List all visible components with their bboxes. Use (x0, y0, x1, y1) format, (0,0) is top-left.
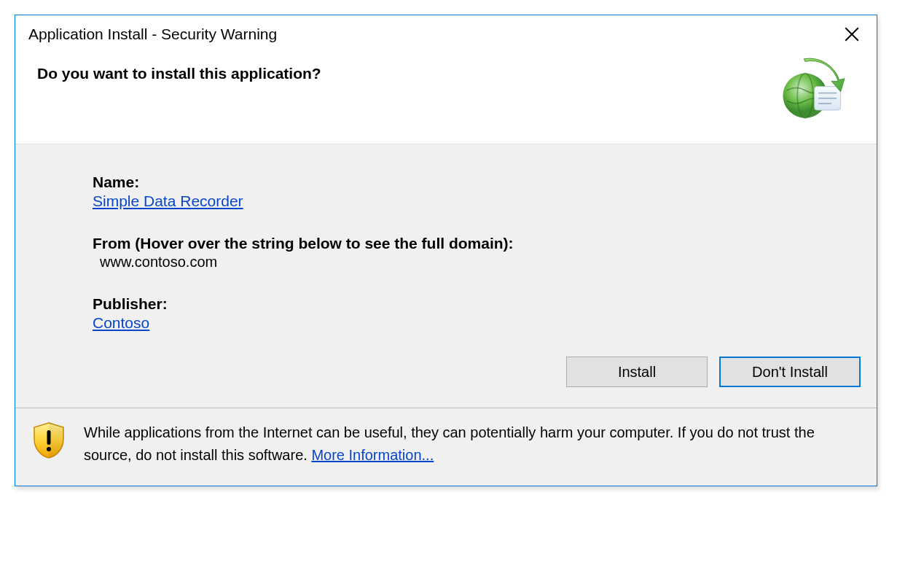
close-icon (845, 27, 859, 42)
install-question: Do you want to install this application? (37, 65, 321, 82)
more-information-link[interactable]: More Information... (311, 447, 434, 463)
name-field: Name: Simple Data Recorder (15, 174, 877, 210)
svg-rect-8 (47, 430, 51, 445)
security-warning-dialog: Application Install - Security Warning D… (15, 15, 877, 486)
dialog-footer: While applications from the Internet can… (15, 408, 877, 486)
publisher-field: Publisher: Contoso (15, 295, 877, 332)
dialog-body: Name: Simple Data Recorder From (Hover o… (15, 144, 877, 408)
dialog-title: Application Install - Security Warning (28, 26, 277, 43)
from-field: From (Hover over the string below to see… (15, 235, 877, 271)
svg-point-9 (47, 447, 51, 451)
from-domain: www.contoso.com (100, 254, 877, 271)
name-label: Name: (93, 174, 877, 191)
button-row: Install Don't Install (15, 357, 877, 387)
publisher-link[interactable]: Contoso (93, 314, 149, 332)
close-button[interactable] (837, 23, 866, 46)
footer-warning-text: While applications from the Internet can… (84, 424, 815, 463)
footer-warning: While applications from the Internet can… (84, 421, 858, 467)
publisher-label: Publisher: (93, 295, 877, 313)
install-button[interactable]: Install (566, 357, 708, 387)
from-label: From (Hover over the string below to see… (93, 235, 877, 252)
shield-warning-icon (31, 421, 66, 459)
application-name-link[interactable]: Simple Data Recorder (93, 192, 243, 210)
dialog-header: Do you want to install this application? (15, 50, 877, 144)
dont-install-button[interactable]: Don't Install (719, 357, 861, 387)
titlebar: Application Install - Security Warning (15, 15, 877, 50)
install-globe-icon (779, 58, 845, 123)
